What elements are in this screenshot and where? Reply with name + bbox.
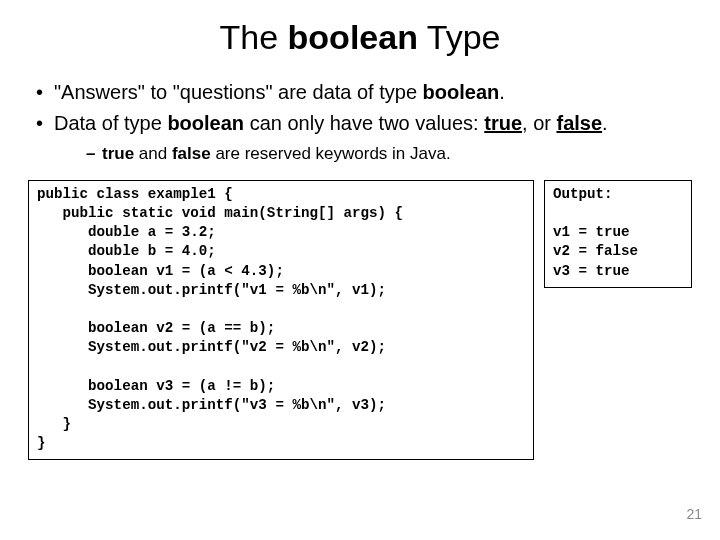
title-bold: boolean: [288, 18, 418, 56]
slide-title: The boolean Type: [28, 18, 692, 57]
bullet-item: Data of type boolean can only have two v…: [36, 110, 692, 166]
output-block: Output: v1 = true v2 = false v3 = true: [544, 180, 692, 288]
content-columns: public class example1 { public static vo…: [28, 180, 692, 460]
title-pre: The: [220, 18, 288, 56]
title-post: Type: [418, 18, 501, 56]
bullet-list: "Answers" to "questions" are data of typ…: [36, 79, 692, 166]
sub-bullet-list: true and false are reserved keywords in …: [86, 143, 692, 166]
sub-bullet-item: true and false are reserved keywords in …: [86, 143, 692, 166]
slide-number: 21: [686, 506, 702, 522]
code-block: public class example1 { public static vo…: [28, 180, 534, 460]
bullet-item: "Answers" to "questions" are data of typ…: [36, 79, 692, 106]
